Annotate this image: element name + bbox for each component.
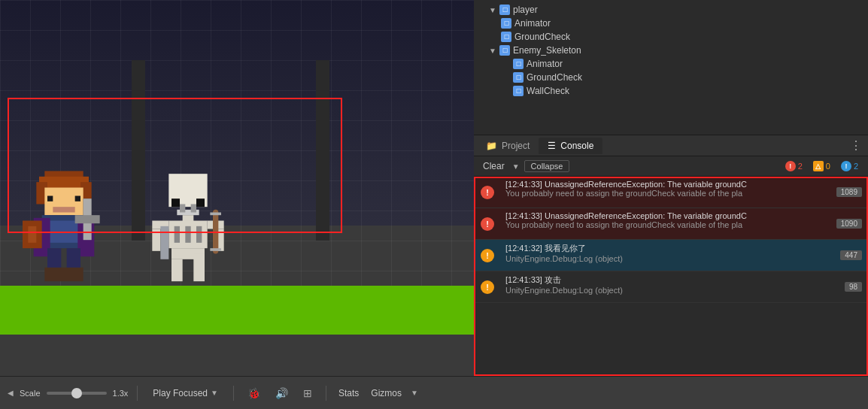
svg-rect-39 bbox=[213, 210, 218, 254]
info-badge-icon: ! bbox=[841, 161, 851, 171]
arrow-icon-player: ▼ bbox=[489, 6, 496, 14]
warn-badge[interactable]: △ 0 bbox=[809, 160, 834, 172]
console-icon: ☰ bbox=[548, 141, 556, 151]
svg-rect-9 bbox=[47, 221, 80, 243]
svg-rect-28 bbox=[175, 226, 180, 243]
log-count-col-3: 447 bbox=[830, 240, 868, 271]
log-count-3: 447 bbox=[840, 250, 862, 260]
scene-canvas bbox=[0, 0, 474, 376]
svg-rect-36 bbox=[171, 259, 183, 281]
tab-project[interactable]: 📁 Project bbox=[477, 138, 539, 154]
animator-icon-1: ☐ bbox=[501, 18, 511, 29]
stats-button[interactable]: Stats bbox=[335, 386, 362, 400]
toolbar-sep-2 bbox=[233, 386, 234, 401]
console-log: ! [12:41:33] UnassignedReferenceExceptio… bbox=[474, 177, 868, 376]
audio-icon-button[interactable]: 🔊 bbox=[271, 386, 293, 401]
hierarchy-label-player: player bbox=[513, 5, 538, 15]
svg-rect-14 bbox=[44, 268, 64, 281]
svg-rect-29 bbox=[185, 226, 190, 243]
scene-panel bbox=[0, 0, 474, 376]
svg-rect-24 bbox=[180, 204, 185, 213]
gizmos-dropdown-button[interactable]: ▼ bbox=[411, 389, 418, 397]
grid-icon-button[interactable]: ⊞ bbox=[299, 386, 317, 401]
collapse-button[interactable]: Collapse bbox=[524, 160, 570, 172]
warn-badge-icon: △ bbox=[813, 161, 824, 171]
error-badge-icon: ! bbox=[785, 161, 796, 171]
play-focused-button[interactable]: Play Focused ▼ bbox=[147, 385, 224, 401]
right-panel: ▼ ☐ player ☐ Animator ☐ GroundCheck ▼ ☐ … bbox=[474, 0, 868, 376]
hierarchy-label-enemy: Enemy_Skeleton bbox=[513, 45, 581, 56]
bug-icon-button[interactable]: 🐞 bbox=[243, 386, 265, 401]
clear-button[interactable]: Clear bbox=[480, 159, 508, 173]
groundcheck-icon-1: ☐ bbox=[501, 32, 511, 42]
play-focused-label: Play Focused bbox=[153, 388, 208, 398]
scale-value: 1.3x bbox=[113, 389, 129, 398]
tab-project-label: Project bbox=[502, 141, 530, 151]
svg-rect-40 bbox=[210, 213, 221, 216]
hierarchy-item-player-animator[interactable]: ☐ Animator bbox=[474, 17, 868, 30]
hierarchy-item-enemy-animator[interactable]: ☐ Animator bbox=[474, 57, 868, 71]
error-badge-count: 2 bbox=[798, 162, 803, 171]
pillar-1 bbox=[132, 60, 145, 241]
log-time-3: [12:41:32] bbox=[505, 244, 542, 253]
log-icon-col-4: ! bbox=[474, 271, 501, 302]
log-text-col-1: [12:41:33] UnassignedReferenceException:… bbox=[501, 177, 830, 208]
log-entry-3[interactable]: ! [12:41:32] 我看见你了 UnityEngine.Debug:Log… bbox=[474, 240, 868, 271]
log-entry-4[interactable]: ! [12:41:33] 攻击 UnityEngine.Debug:Log (o… bbox=[474, 271, 868, 303]
ground-surface bbox=[0, 286, 474, 335]
log-time-1: [12:41:33] bbox=[505, 180, 542, 189]
log-icon-col-3: ! bbox=[474, 240, 501, 271]
groundcheck-icon-2: ☐ bbox=[513, 72, 524, 83]
warn-badge-count: 0 bbox=[826, 162, 830, 171]
log-sub-4: UnityEngine.Debug:Log (object) bbox=[505, 286, 826, 295]
svg-rect-5 bbox=[47, 196, 53, 201]
log-sub-3: UnityEngine.Debug:Log (object) bbox=[505, 254, 826, 263]
svg-rect-38 bbox=[160, 226, 168, 259]
hierarchy-label-player-animator: Animator bbox=[514, 18, 551, 29]
folder-icon: 📁 bbox=[486, 141, 497, 151]
log-count-4: 98 bbox=[845, 282, 862, 292]
info-badge-count: 2 bbox=[854, 162, 858, 171]
hierarchy-item-enemy-skeleton[interactable]: ▼ ☐ Enemy_Skeleton bbox=[474, 44, 868, 57]
tab-console[interactable]: ☰ Console bbox=[539, 138, 602, 154]
log-msg-3: 我看见你了 bbox=[545, 244, 586, 253]
svg-rect-15 bbox=[64, 268, 83, 281]
wallcheck-icon: ☐ bbox=[513, 86, 524, 96]
player-character bbox=[23, 171, 105, 287]
clear-dropdown-button[interactable]: ▼ bbox=[512, 162, 520, 171]
badge-group: ! 2 △ 0 ! 2 bbox=[782, 160, 862, 172]
svg-rect-6 bbox=[75, 196, 80, 201]
more-options-button[interactable]: ⋮ bbox=[847, 138, 865, 153]
hierarchy-item-enemy-wallcheck[interactable]: ☐ WallCheck bbox=[474, 84, 868, 98]
log-main-3: [12:41:32] 我看见你了 bbox=[505, 243, 826, 254]
error-badge[interactable]: ! 2 bbox=[782, 160, 806, 172]
info-badge[interactable]: ! 2 bbox=[837, 160, 862, 172]
log-entry-2[interactable]: ! [12:41:33] UnassignedReferenceExceptio… bbox=[474, 208, 868, 240]
log-entry-1[interactable]: ! [12:41:33] UnassignedReferenceExceptio… bbox=[474, 177, 868, 208]
hierarchy-label-enemy-groundcheck: GroundCheck bbox=[527, 72, 582, 83]
console-toolbar: Clear ▼ Collapse ! 2 △ 0 ! 2 bbox=[474, 156, 868, 177]
toolbar-sep-3 bbox=[326, 386, 326, 401]
log-msg-2: UnassignedReferenceException: The variab… bbox=[545, 211, 747, 220]
ground-base bbox=[0, 335, 474, 376]
hierarchy-label-enemy-wallcheck: WallCheck bbox=[527, 86, 569, 96]
svg-rect-37 bbox=[193, 254, 205, 282]
warn-dot-1: ! bbox=[481, 249, 494, 262]
hierarchy-item-player[interactable]: ▼ ☐ player bbox=[474, 3, 868, 17]
log-main-4: [12:41:33] 攻击 bbox=[505, 274, 826, 286]
gizmos-button[interactable]: Gizmos bbox=[368, 386, 405, 400]
log-count-col-2: 1090 bbox=[830, 208, 868, 239]
log-time-4: [12:41:33] bbox=[505, 275, 542, 284]
log-icon-col-2: ! bbox=[474, 208, 501, 239]
scale-slider[interactable] bbox=[47, 392, 107, 395]
log-icon-col-1: ! bbox=[474, 177, 501, 208]
hierarchy-item-enemy-groundcheck[interactable]: ☐ GroundCheck bbox=[474, 71, 868, 84]
log-main-2: [12:41:33] UnassignedReferenceException:… bbox=[505, 211, 826, 220]
svg-rect-12 bbox=[47, 248, 61, 270]
log-text-col-2: [12:41:33] UnassignedReferenceException:… bbox=[501, 208, 830, 239]
hierarchy-label-enemy-animator: Animator bbox=[527, 59, 563, 69]
svg-rect-13 bbox=[67, 248, 80, 270]
scale-label: Scale bbox=[20, 389, 41, 398]
hierarchy-item-player-groundcheck[interactable]: ☐ GroundCheck bbox=[474, 30, 868, 44]
svg-rect-19 bbox=[28, 226, 36, 243]
